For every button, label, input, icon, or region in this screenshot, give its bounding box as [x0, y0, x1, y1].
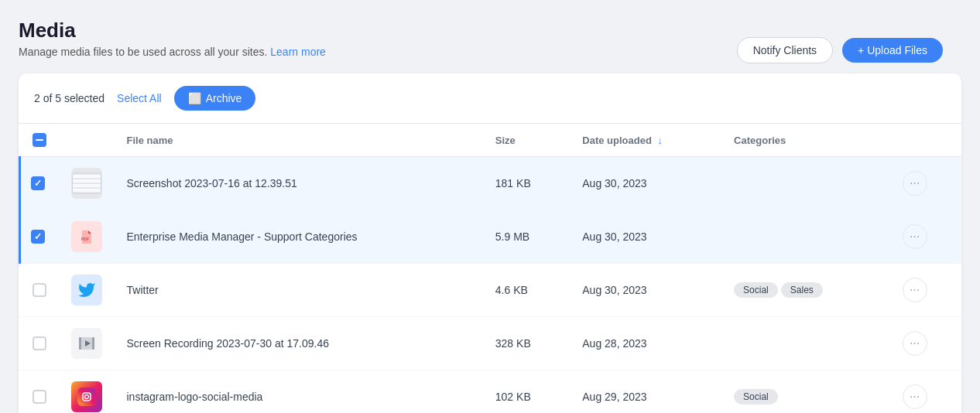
category-tag: Sales	[781, 282, 823, 298]
selected-count: 2 of 5 selected	[34, 92, 105, 104]
file-date: Aug 29, 2023	[570, 370, 721, 414]
svg-point-10	[89, 393, 91, 394]
media-table: File name Size Date uploaded ↓ Categorie…	[19, 124, 961, 413]
file-name: Twitter	[115, 264, 483, 317]
archive-button[interactable]: ⬜ Archive	[174, 86, 256, 111]
notify-clients-button[interactable]: Notify Clients	[737, 37, 833, 63]
row-checkbox[interactable]	[31, 230, 45, 244]
category-tag: Social	[734, 282, 778, 298]
file-size: 181 KB	[483, 157, 570, 210]
row-checkbox[interactable]	[33, 390, 46, 404]
select-all-button[interactable]: Select All	[117, 92, 162, 104]
row-more-button[interactable]: ···	[903, 278, 927, 302]
file-icon-instagram	[71, 381, 102, 412]
toolbar: 2 of 5 selected Select All ⬜ Archive	[19, 73, 961, 124]
file-name: Enterprise Media Manager - Support Categ…	[115, 210, 483, 264]
file-size: 102 KB	[483, 370, 570, 414]
svg-rect-6	[92, 337, 94, 350]
file-icon-twitter	[71, 275, 102, 305]
file-icon-video	[71, 328, 102, 359]
header-icon-cell	[59, 124, 115, 157]
file-categories	[721, 157, 890, 210]
archive-icon: ⬜	[188, 92, 201, 104]
sort-icon: ↓	[657, 135, 663, 146]
row-more-button[interactable]: ···	[903, 331, 927, 356]
row-checkbox[interactable]	[33, 336, 46, 350]
svg-rect-7	[77, 387, 96, 406]
header-checkbox-cell	[20, 124, 59, 157]
file-name: instagram-logo-social-media	[115, 370, 483, 414]
table-row: Screen Recording 2023-07-30 at 17.09.463…	[20, 317, 962, 370]
row-more-button[interactable]: ···	[903, 171, 927, 196]
table-row: Screenshot 2023-07-16 at 12.39.51181 KBA…	[20, 157, 962, 210]
header-actions-col	[890, 124, 961, 157]
table-row: Twitter4.6 KBAug 30, 2023SocialSales···	[20, 264, 962, 317]
indeterminate-checkbox[interactable]	[33, 133, 46, 147]
table-row: instagram-logo-social-media102 KBAug 29,…	[20, 370, 962, 414]
upload-files-button[interactable]: + Upload Files	[842, 38, 943, 63]
row-checkbox[interactable]	[33, 283, 46, 297]
file-date: Aug 30, 2023	[570, 210, 721, 264]
header-size: Size	[483, 124, 570, 157]
file-name: Screenshot 2023-07-16 at 12.39.51	[115, 157, 483, 210]
file-categories: SocialSales	[721, 264, 890, 317]
svg-text:PDF: PDF	[81, 237, 89, 241]
file-name: Screen Recording 2023-07-30 at 17.09.46	[115, 317, 483, 370]
file-categories	[721, 317, 890, 370]
svg-rect-5	[79, 337, 81, 350]
file-size: 5.9 MB	[483, 210, 570, 264]
category-tag: Social	[734, 389, 778, 404]
header-date-uploaded: Date uploaded ↓	[570, 124, 721, 157]
learn-more-link[interactable]: Learn more	[270, 46, 326, 58]
table-row: PDFEnterprise Media Manager - Support Ca…	[20, 210, 962, 264]
file-icon-screenshot	[71, 168, 102, 199]
file-categories: Social	[721, 370, 890, 414]
file-icon-pdf: PDF	[71, 221, 102, 252]
header-categories: Categories	[721, 124, 890, 157]
header-file-name: File name	[115, 124, 483, 157]
file-date: Aug 28, 2023	[570, 317, 721, 370]
media-table-container: 2 of 5 selected Select All ⬜ Archive Fil…	[19, 73, 961, 413]
file-size: 328 KB	[483, 317, 570, 370]
file-date: Aug 30, 2023	[570, 264, 721, 317]
row-more-button[interactable]: ···	[903, 224, 927, 249]
file-date: Aug 30, 2023	[570, 157, 721, 210]
file-categories	[721, 210, 890, 264]
file-size: 4.6 KB	[483, 264, 570, 317]
row-checkbox[interactable]	[31, 176, 45, 190]
row-more-button[interactable]: ···	[903, 384, 927, 409]
